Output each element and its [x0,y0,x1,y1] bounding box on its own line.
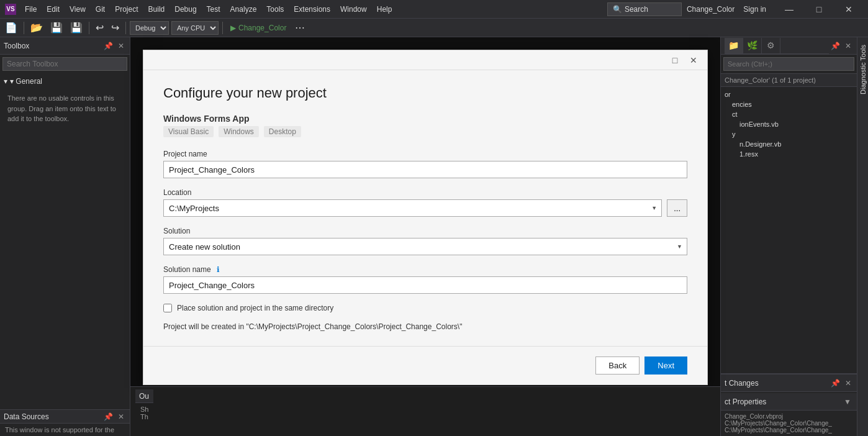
maximize-button[interactable]: □ [805,0,833,19]
title-search-box[interactable]: 🔍 Search [607,2,682,16]
toolbox-general-title[interactable]: ▾ ▾ General [4,76,126,87]
solution-group: Solution Create new solution Add to solu… [163,227,687,255]
solution-explorer-panel: 📁 🌿 ⚙ 📌 ✕ Change_Color' (1 of 1 project)… [721,37,857,374]
menu-project[interactable]: Project [111,4,142,15]
minimize-button[interactable]: — [775,0,803,19]
menu-tools[interactable]: Tools [263,4,287,15]
menu-bar: File Edit View Git Project Build Debug T… [21,4,396,15]
solution-explorer-header: 📁 🌿 ⚙ 📌 ✕ [721,37,857,55]
run-icon: ▶ [230,24,236,32]
bottom-center-panel: Ou Sh Th [130,386,720,436]
back-button[interactable]: Back [595,357,640,375]
gc-close-btn[interactable]: ✕ [843,378,853,388]
se-close-btn[interactable]: ✕ [843,41,853,51]
toolbar-save-btn[interactable]: 💾 [48,20,65,35]
solution-item-encies[interactable]: encies [721,99,857,109]
menu-file[interactable]: File [21,4,40,15]
tab-properties[interactable]: ⚙ [762,38,780,53]
run-label: Change_Color [238,24,286,32]
dialog-close-btn[interactable]: ✕ [685,52,702,69]
run-button[interactable]: ▶ Change_Color [227,22,290,34]
se-pin-btn[interactable]: 📌 [829,41,842,51]
toolbar-save-all-btn[interactable]: 💾 [68,20,85,35]
toolbar-sep-2 [89,22,89,34]
menu-edit[interactable]: Edit [43,4,63,15]
toolbox-search-input[interactable] [2,57,127,71]
data-sources-header: Data Sources 📌 ✕ [0,410,130,424]
git-changes-controls: 📌 ✕ [829,378,853,388]
toolbox-title: Toolbox [4,42,102,50]
dialog-maximize-btn[interactable]: □ [666,52,684,69]
menu-window[interactable]: Window [337,4,371,15]
right-panel-tabs: 📁 🌿 ⚙ [725,38,829,54]
toolbar-new-btn[interactable]: 📄 [2,20,20,35]
toolbar-sep-1 [24,22,24,34]
solution-item-or[interactable]: or [721,89,857,99]
pp-dropdown-icon[interactable]: ▼ [842,397,853,407]
toolbox-pin-btn[interactable]: 📌 [102,41,115,51]
vs-logo: VS [5,4,16,15]
git-changes-header: t Changes 📌 ✕ [721,375,857,392]
menu-build[interactable]: Build [145,4,169,15]
data-sources-controls: 📌 ✕ [102,412,126,422]
menu-test[interactable]: Test [203,4,224,15]
location-browse-btn[interactable]: ... [667,199,687,217]
pp-item-3: C:\MyProjects\Change_Color\Change_ [725,427,853,434]
debug-config-dropdown[interactable]: Debug [130,21,169,35]
git-changes-panel: t Changes 📌 ✕ ct Properties ▼ Change_Col… [721,374,857,436]
location-select-wrapper [163,199,662,217]
signin-button[interactable]: Sign in [739,4,770,15]
next-button[interactable]: Next [644,357,687,375]
title-bar: VS File Edit View Git Project Build Debu… [0,0,868,19]
toolbox-section-label: ▾ General [10,77,42,86]
toolbox-empty-message: There are no usable controls in this gro… [0,89,130,128]
pp-item-1: Change_Color.vbproj [725,413,853,420]
toolbar-redo-btn[interactable]: ↪ [109,20,122,35]
location-group: Location ... [163,188,687,217]
toolbox-close-btn[interactable]: ✕ [116,41,126,51]
tab-solution-explorer[interactable]: 📁 [725,38,743,53]
solution-item-designer[interactable]: n.Designer.vb [721,139,857,149]
dialog-titlebar: □ ✕ [143,50,707,70]
ds-close-btn[interactable]: ✕ [116,412,126,422]
menu-analyze[interactable]: Analyze [227,4,261,15]
toolbox-search-area [0,55,130,73]
ds-pin-btn[interactable]: 📌 [102,412,115,422]
gc-pin-btn[interactable]: 📌 [829,378,842,388]
solution-name-input[interactable] [163,276,687,294]
solution-item-y[interactable]: y [721,129,857,139]
tab-git[interactable]: 🌿 [743,38,762,53]
same-directory-checkbox[interactable] [163,304,172,312]
app-type-label: Windows Forms App [163,114,250,124]
solution-name-label: Solution name [163,265,211,274]
path-info: Project will be created in "C:\MyProject… [163,322,687,331]
menu-debug[interactable]: Debug [171,4,200,15]
menu-view[interactable]: View [66,4,89,15]
project-properties-header: ct Properties ▼ [721,393,857,411]
dialog-heading: Configure your new project [163,85,687,101]
solution-item-ct[interactable]: ct [721,109,857,119]
center-area: □ ✕ Configure your new project Windows F… [130,37,720,436]
solution-search-input[interactable] [723,57,854,71]
solution-name-group: Solution name ℹ [163,265,687,294]
toolbar-undo-btn[interactable]: ↩ [93,20,106,35]
tag-desktop: Desktop [264,126,301,137]
close-button[interactable]: ✕ [834,0,863,19]
project-name-input[interactable] [163,161,687,178]
menu-help[interactable]: Help [373,4,396,15]
toolbar-more-btn[interactable]: ⋯ [292,20,307,35]
solution-item-ionevents[interactable]: ionEvents.vb [721,119,857,129]
toolbar-open-btn[interactable]: 📂 [28,20,45,35]
search-label: Search [625,5,648,14]
project-name-group: Project name [163,150,687,178]
menu-extensions[interactable]: Extensions [290,4,334,15]
same-directory-row: Place solution and project in the same d… [163,304,687,312]
platform-dropdown[interactable]: Any CPU [171,21,219,35]
diagnostic-tools-label[interactable]: Diagnostic Tools [859,40,867,99]
solution-item-resx[interactable]: 1.resx [721,149,857,159]
solution-select[interactable]: Create new solution Add to solution [163,238,687,255]
menu-git[interactable]: Git [92,4,109,15]
location-input[interactable] [163,199,662,217]
toolbox-controls: 📌 ✕ [102,41,126,51]
git-changes-title: t Changes [725,379,759,388]
